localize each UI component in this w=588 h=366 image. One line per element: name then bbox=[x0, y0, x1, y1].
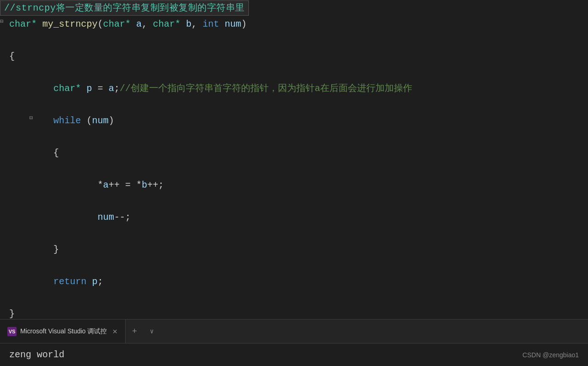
open-brace-while: { bbox=[0, 145, 588, 161]
tab-item[interactable]: VS Microsoft Visual Studio 调试控 ✕ bbox=[0, 320, 126, 343]
tab-title: Microsoft Visual Studio 调试控 bbox=[20, 327, 107, 336]
comment-line: //strncpy将一定数量的字符串复制到被复制的字符串里 bbox=[0, 0, 249, 16]
func-signature-line: ⊟char* my_strncpy(char* a, char* b, int … bbox=[0, 16, 588, 32]
deref-assign-line: *a++ = *b++; bbox=[0, 177, 588, 193]
num-decrement-line: num--; bbox=[0, 209, 588, 225]
fold-icon-func[interactable]: ⊟ bbox=[0, 17, 3, 27]
output-text: zeng world bbox=[9, 349, 64, 360]
editor-container: //strncpy将一定数量的字符串复制到被复制的字符串里 ⊟char* my_… bbox=[0, 0, 588, 366]
output-bar: zeng world CSDN @zengbiao1 bbox=[0, 343, 588, 366]
open-brace-func: { bbox=[0, 48, 588, 64]
tab-dropdown-button[interactable]: ∨ bbox=[144, 327, 160, 335]
tab-vs-icon: VS bbox=[7, 327, 17, 336]
char-p-line: char* p = a;//创建一个指向字符串首字符的指针，因为指针a在后面会进… bbox=[0, 80, 588, 97]
csdn-badge: CSDN @zengbiao1 bbox=[523, 351, 579, 359]
close-brace-while: } bbox=[0, 241, 588, 257]
close-brace-func: } bbox=[0, 306, 588, 319]
tab-close-button[interactable]: ✕ bbox=[112, 328, 118, 335]
tab-bar: VS Microsoft Visual Studio 调试控 ✕ + ∨ bbox=[0, 319, 588, 343]
return-p-line: return p; bbox=[0, 274, 588, 290]
code-area: //strncpy将一定数量的字符串复制到被复制的字符串里 ⊟char* my_… bbox=[0, 0, 588, 319]
fold-icon-while[interactable]: ⊟ bbox=[29, 114, 33, 123]
while-line: ⊟while (num) bbox=[0, 113, 588, 129]
tab-add-button[interactable]: + bbox=[126, 327, 144, 336]
